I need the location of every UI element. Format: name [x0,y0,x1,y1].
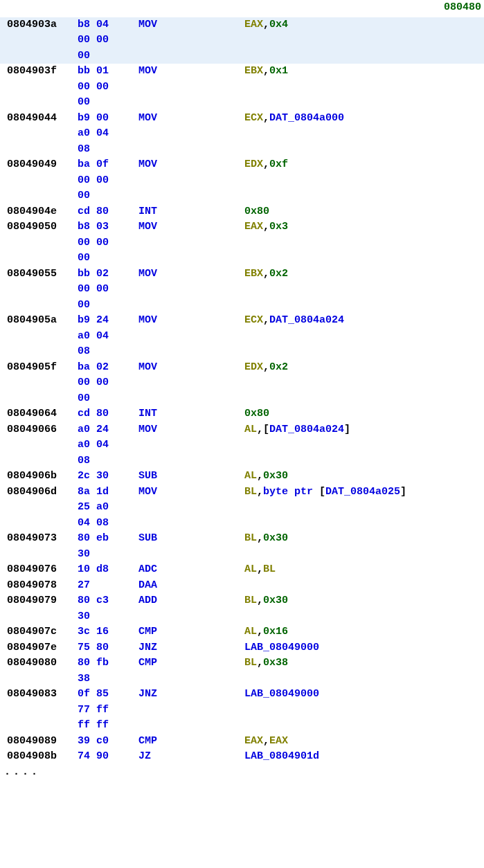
address: 0804905f [0,360,78,376]
bytes-continuation: 38 [0,671,484,687]
operands: ECX,DAT_0804a000 [244,111,344,127]
mnemonic: INT [138,204,244,220]
bytes-continuation: 00 [0,251,484,266]
address: 0804907e [0,640,78,656]
address: 08049050 [0,219,78,235]
address: 0804904e [0,204,78,220]
address: 0804906d [0,485,78,500]
operands: EBX,0x2 [244,266,288,282]
instruction-row[interactable]: 08049050b8 03MOVEAX,0x3 [0,219,484,235]
address: 08049044 [0,111,78,127]
bytes: ba 0f [78,157,138,173]
bytes: 75 80 [78,640,138,656]
mnemonic: MOV [138,64,244,80]
address: 0804903f [0,64,78,80]
mnemonic: MOV [138,111,244,127]
address: 08049066 [0,422,78,438]
instruction-row[interactable]: 0804906b2c 30SUBAL,0x30 [0,469,484,485]
bytes-continuation: 00 00 [0,80,484,96]
instruction-row[interactable]: 0804904ecd 80INT0x80 [0,204,484,220]
mnemonic: MOV [138,422,244,438]
instruction-row[interactable]: 0804905fba 02MOVEDX,0x2 [0,360,484,376]
instruction-row[interactable]: 0804907827DAA [0,578,484,594]
mnemonic: SUB [138,469,244,485]
bytes: cd 80 [78,204,138,220]
bytes-continuation: 08 [0,453,484,469]
operands: LAB_08049000 [244,687,319,703]
bytes: b9 00 [78,111,138,127]
bytes: 8a 1d [78,485,138,500]
bytes-continuation: 30 [0,609,484,625]
instruction-row[interactable]: 0804906d8a 1dMOVBL,byte ptr [DAT_0804a02… [0,485,484,500]
instruction-row[interactable]: 08049055bb 02MOVEBX,0x2 [0,266,484,282]
instruction-row[interactable]: 080490830f 85JNZLAB_08049000 [0,687,484,703]
disassembly-listing: 0804903ab8 04MOVEAX,0x400 00000804903fbb… [0,16,484,765]
instruction-row[interactable]: 0804908b74 90JZLAB_0804901d [0,749,484,765]
address: 08049078 [0,578,78,594]
mnemonic: MOV [138,157,244,173]
operands: ECX,DAT_0804a024 [244,313,344,329]
operands: AL,0x16 [244,624,288,640]
instruction-row[interactable]: 08049044b9 00MOVECX,DAT_0804a000 [0,111,484,127]
mnemonic: MOV [138,266,244,282]
operands: BL,0x30 [244,593,288,609]
instruction-row[interactable]: 0804903fbb 01MOVEBX,0x1 [0,64,484,80]
instruction-row[interactable]: 0804905ab9 24MOVECX,DAT_0804a024 [0,313,484,329]
bytes-continuation: 08 [0,142,484,158]
operands: EBX,0x1 [244,64,288,80]
bytes-continuation: 00 00 [0,173,484,189]
address: 0804908b [0,749,78,765]
instruction-row[interactable]: 0804908939 c0CMPEAX,EAX [0,734,484,750]
operands: EAX,EAX [244,734,288,750]
instruction-row[interactable]: 08049064cd 80INT0x80 [0,406,484,422]
bytes-continuation: 00 00 [0,235,484,251]
bytes-continuation: 00 [0,391,484,407]
operands: AL,BL [244,562,276,578]
instruction-row[interactable]: 0804907380 ebSUBBL,0x30 [0,531,484,547]
bytes: bb 01 [78,64,138,80]
address: 08049064 [0,406,78,422]
bytes: b9 24 [78,313,138,329]
instruction-row[interactable]: 0804907980 c3ADDBL,0x30 [0,593,484,609]
instruction-row[interactable]: 0804908080 fbCMPBL,0x38 [0,655,484,671]
mnemonic: ADD [138,593,244,609]
operands: BL,0x30 [244,531,288,547]
instruction-row[interactable]: 0804903ab8 04MOVEAX,0x4 [0,17,484,33]
mnemonic: CMP [138,655,244,671]
operands: EDX,0x2 [244,360,288,376]
bytes: 27 [78,578,138,594]
bytes: cd 80 [78,406,138,422]
instruction-row[interactable]: 0804907e75 80JNZLAB_08049000 [0,640,484,656]
bytes-continuation: a0 04 [0,126,484,142]
bytes-continuation: 00 [0,188,484,204]
operands: LAB_08049000 [244,640,319,656]
mnemonic: DAA [138,578,244,594]
bytes: b8 03 [78,219,138,235]
address: 08049089 [0,734,78,750]
operands: 0x80 [244,406,269,422]
operands: EAX,0x3 [244,219,288,235]
instruction-row[interactable]: 08049066a0 24MOVAL,[DAT_0804a024] [0,422,484,438]
bytes-continuation: 77 ff [0,703,484,718]
bytes-continuation: 00 [0,48,484,64]
header-address: 080480 [0,0,484,16]
instruction-row[interactable]: 0804907610 d8ADCAL,BL [0,562,484,578]
operands: EAX,0x4 [244,17,288,33]
bytes: 2c 30 [78,469,138,485]
operands: AL,0x30 [244,469,288,485]
instruction-row[interactable]: 0804907c3c 16CMPAL,0x16 [0,624,484,640]
instruction-row[interactable]: 08049049ba 0fMOVEDX,0xf [0,157,484,173]
bytes: a0 24 [78,422,138,438]
mnemonic: JNZ [138,687,244,703]
mnemonic: INT [138,406,244,422]
bytes: 74 90 [78,749,138,765]
bytes: b8 04 [78,17,138,33]
mnemonic: MOV [138,313,244,329]
bytes-continuation: 25 a0 [0,500,484,516]
address: 08049055 [0,266,78,282]
bytes-continuation: a0 04 [0,437,484,453]
bytes-continuation: 08 [0,344,484,360]
bytes-continuation: 00 00 [0,375,484,391]
operands: AL,[DAT_0804a024] [244,422,350,438]
mnemonic: CMP [138,734,244,750]
